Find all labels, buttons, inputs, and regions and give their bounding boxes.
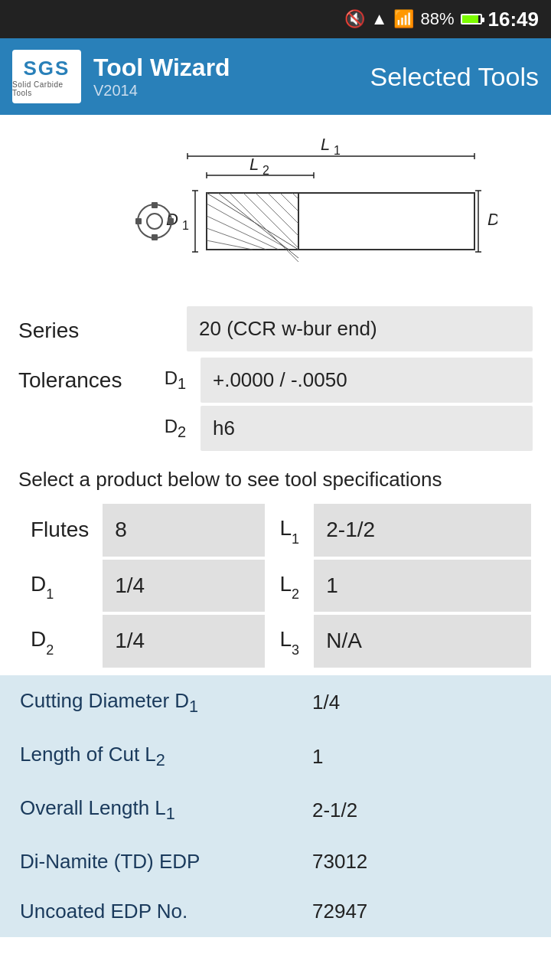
detail-value-0: 1/4	[294, 677, 549, 729]
svg-line-29	[292, 193, 298, 199]
status-bar: 🔇 ▲ 📶 88% 16:49	[0, 0, 551, 38]
d2-value: 1/4	[101, 613, 266, 669]
detail-value-4: 72947	[294, 887, 549, 936]
detail-label-3: Di-Namite (TD) EDP	[2, 838, 292, 886]
logo: SGS Solid Carbide Tools	[12, 50, 81, 103]
tool-diagram: L 1 L 2 D 1 D 2	[54, 133, 497, 286]
detail-row-0: Cutting Diameter D1 1/4	[2, 677, 549, 729]
battery-icon	[461, 14, 482, 24]
details-table: Cutting Diameter D1 1/4 Length of Cut L2…	[0, 675, 551, 938]
svg-text:1: 1	[182, 219, 189, 232]
svg-line-26	[256, 193, 298, 236]
svg-line-33	[207, 240, 253, 250]
svg-rect-39	[168, 218, 174, 224]
l2-label: L2	[266, 558, 312, 614]
tol-d1-letter: D	[165, 368, 178, 388]
detail-row-2: Overall Length L1 2-1/2	[2, 784, 549, 836]
svg-text:L: L	[249, 155, 259, 174]
tolerances-label: Tolerances	[18, 358, 156, 393]
d1-value: 1/4	[101, 558, 266, 614]
series-row: Series 20 (CCR w-bur end)	[18, 306, 533, 354]
l1-label: L1	[266, 502, 312, 558]
l3-letter: L	[279, 627, 292, 651]
battery-percent: 88%	[420, 9, 454, 29]
status-time: 16:49	[488, 8, 540, 31]
l2-value: 1	[312, 558, 533, 614]
series-value: 20 (CCR w-bur end)	[187, 306, 533, 351]
svg-line-24	[230, 193, 298, 262]
tol-d2-label: D2	[156, 416, 194, 441]
header-title-area: Tool Wizard V2014	[93, 54, 230, 100]
wifi-icon: ▲	[371, 9, 388, 29]
d1-letter: D	[31, 572, 46, 596]
l3-sub: 3	[292, 642, 299, 658]
svg-text:D: D	[487, 210, 497, 229]
l2-letter: L	[279, 572, 292, 596]
d2-l3-row: D2 1/4 L3 N/A	[18, 613, 533, 669]
detail-label-2: Overall Length L1	[2, 784, 292, 836]
logo-sub: Solid Carbide Tools	[12, 80, 81, 97]
svg-rect-38	[135, 218, 142, 224]
d1-l2-row: D1 1/4 L2 1	[18, 558, 533, 614]
flutes-label: Flutes	[18, 502, 101, 558]
detail-value-3: 73012	[294, 838, 549, 886]
tol-d2-letter: D	[165, 416, 178, 436]
detail-row-1: Length of Cut L2 1	[2, 730, 549, 782]
svg-rect-37	[152, 234, 158, 240]
tolerances-block: Tolerances D1 +.0000 / -.0050 D2 h6	[18, 358, 533, 451]
tol-d1-value: +.0000 / -.0050	[201, 358, 533, 403]
svg-rect-36	[152, 202, 158, 208]
tol-d2-row: D2 h6	[156, 406, 533, 451]
spec-section: Series 20 (CCR w-bur end) Tolerances D1 …	[0, 299, 551, 451]
app-version: V2014	[93, 82, 230, 100]
tol-d1-label: D1	[156, 368, 194, 393]
svg-point-35	[147, 214, 162, 229]
l1-letter: L	[279, 516, 292, 540]
l1-sub: 1	[292, 531, 299, 547]
tol-d1-row: D1 +.0000 / -.0050	[156, 358, 533, 403]
d1-label: D1	[18, 558, 101, 614]
svg-text:L: L	[321, 135, 330, 154]
svg-rect-20	[207, 193, 474, 250]
svg-line-27	[268, 193, 298, 224]
d2-sub: 2	[46, 642, 54, 658]
app-header: SGS Solid Carbide Tools Tool Wizard V201…	[0, 38, 551, 115]
detail-row-4: Uncoated EDP No. 72947	[2, 887, 549, 936]
tolerances-values: D1 +.0000 / -.0050 D2 h6	[156, 358, 533, 451]
data-icon: 📶	[393, 9, 414, 29]
section-title: Selected Tools	[370, 62, 539, 92]
select-hint: Select a product below to see tool speci…	[0, 454, 551, 502]
detail-label-4: Uncoated EDP No.	[2, 887, 292, 936]
d1-sub: 1	[46, 586, 54, 602]
svg-text:1: 1	[334, 144, 341, 157]
mute-icon: 🔇	[344, 9, 365, 29]
tol-d2-value: h6	[201, 406, 533, 451]
detail-value-2: 2-1/2	[294, 784, 549, 836]
l3-label: L3	[266, 613, 312, 669]
specs-grid: Flutes 8 L1 2-1/2 D1 1/4 L2 1 D2 1/4 L3 …	[0, 502, 551, 669]
l3-value: N/A	[312, 613, 533, 669]
l1-value: 2-1/2	[312, 502, 533, 558]
detail-row-3: Di-Namite (TD) EDP 73012	[2, 838, 549, 886]
tol-d1-sub: 1	[178, 375, 186, 392]
detail-value-1: 1	[294, 730, 549, 782]
flutes-value: 8	[101, 502, 266, 558]
series-label: Series	[18, 318, 187, 343]
diagram-area: L 1 L 2 D 1 D 2	[0, 115, 551, 299]
app-name: Tool Wizard	[93, 54, 230, 82]
detail-label-0: Cutting Diameter D1	[2, 677, 292, 729]
l2-sub: 2	[292, 586, 299, 602]
flutes-l1-row: Flutes 8 L1 2-1/2	[18, 502, 533, 558]
detail-label-1: Length of Cut L2	[2, 730, 292, 782]
logo-text: SGS	[24, 57, 70, 80]
d2-letter: D	[31, 627, 46, 651]
svg-text:2: 2	[262, 164, 269, 177]
d2-label: D2	[18, 613, 101, 669]
tol-d2-sub: 2	[178, 423, 186, 440]
svg-line-28	[280, 193, 298, 211]
